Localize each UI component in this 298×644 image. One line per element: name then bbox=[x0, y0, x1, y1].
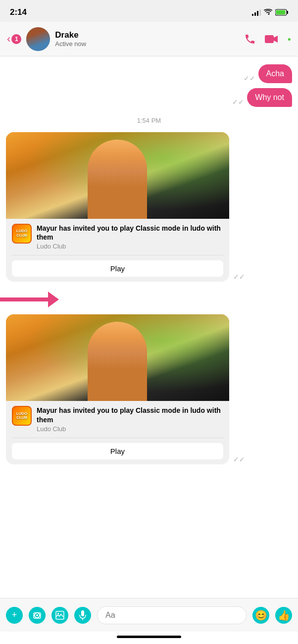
sent-message-acha: ✓✓ Acha bbox=[6, 64, 292, 83]
check-icon: ✓✓ bbox=[244, 74, 255, 82]
smiley-icon: 😊 bbox=[255, 609, 267, 621]
avatar bbox=[26, 27, 50, 51]
header-actions: ● bbox=[244, 33, 291, 45]
card-image bbox=[6, 132, 229, 219]
mic-button[interactable] bbox=[74, 607, 91, 624]
ludo-app-icon: LUDOCLUB bbox=[12, 224, 32, 244]
card-image-2 bbox=[6, 314, 229, 401]
message-bubble: Why not bbox=[247, 88, 292, 107]
card-divider-2 bbox=[12, 438, 223, 438]
status-time: 2:14 bbox=[10, 7, 27, 17]
check-icon: ✓✓ bbox=[232, 98, 244, 106]
video-button[interactable] bbox=[265, 34, 279, 44]
svg-rect-9 bbox=[81, 610, 84, 616]
wifi-icon bbox=[264, 9, 272, 15]
image-button[interactable] bbox=[51, 607, 68, 624]
card-top-row-2: LUDOCLUB Mayur has invited you to play C… bbox=[12, 406, 223, 432]
contact-name: Drake bbox=[55, 30, 244, 40]
arrow-head bbox=[48, 292, 59, 307]
svg-rect-3 bbox=[265, 35, 274, 43]
arrow-indicator bbox=[0, 292, 292, 307]
card-subtitle: Ludo Club bbox=[37, 243, 223, 250]
active-dot: ● bbox=[288, 36, 291, 43]
home-bar bbox=[117, 636, 181, 638]
card-body: LUDOCLUB Mayur has invited you to play C… bbox=[6, 219, 229, 282]
thumbsup-icon: 👍 bbox=[278, 609, 290, 621]
svg-rect-2 bbox=[276, 10, 286, 14]
plus-icon: + bbox=[12, 610, 17, 620]
card-divider bbox=[12, 255, 223, 255]
camera-icon bbox=[32, 611, 42, 619]
pink-arrow bbox=[0, 292, 59, 307]
home-indicator bbox=[0, 632, 298, 644]
contact-info: Drake Active now bbox=[55, 30, 244, 48]
image-icon bbox=[55, 611, 64, 620]
ludo-app-icon-2: LUDOCLUB bbox=[12, 406, 32, 426]
svg-point-5 bbox=[36, 614, 38, 616]
message-bubble: Acha bbox=[258, 64, 292, 83]
battery-icon bbox=[275, 9, 288, 16]
play-button-2[interactable]: Play bbox=[12, 443, 223, 459]
back-chevron-icon: ‹ bbox=[7, 33, 10, 46]
received-message-card-2: LUDOCLUB Mayur has invited you to play C… bbox=[6, 314, 292, 464]
ludo-invite-card-2: LUDOCLUB Mayur has invited you to play C… bbox=[6, 314, 229, 464]
emoji-button[interactable]: 😊 bbox=[252, 607, 269, 624]
check-icon-card-2: ✓✓ bbox=[233, 455, 245, 463]
play-button[interactable]: Play bbox=[12, 260, 223, 277]
messages-area: ✓✓ Acha ✓✓ Why not 1:54 PM LUDOCLUB bbox=[0, 56, 298, 598]
card-body-2: LUDOCLUB Mayur has invited you to play C… bbox=[6, 401, 229, 464]
contact-status: Active now bbox=[55, 40, 244, 48]
signal-icon bbox=[252, 9, 261, 16]
camera-button[interactable] bbox=[29, 607, 46, 624]
card-text: Mayur has invited you to play Classic mo… bbox=[37, 224, 223, 250]
ludo-invite-card: LUDOCLUB Mayur has invited you to play C… bbox=[6, 132, 229, 282]
card-text-2: Mayur has invited you to play Classic mo… bbox=[37, 406, 223, 432]
message-timestamp: 1:54 PM bbox=[6, 117, 292, 124]
add-button[interactable]: + bbox=[6, 607, 23, 624]
card-top-row: LUDOCLUB Mayur has invited you to play C… bbox=[12, 224, 223, 250]
card-title-2: Mayur has invited you to play Classic mo… bbox=[37, 406, 223, 424]
svg-rect-1 bbox=[287, 11, 289, 14]
status-bar: 2:14 bbox=[0, 0, 298, 22]
notification-badge: 1 bbox=[11, 34, 21, 44]
status-icons bbox=[252, 9, 288, 16]
like-button[interactable]: 👍 bbox=[275, 607, 292, 624]
message-input[interactable] bbox=[97, 606, 247, 624]
check-icon-card: ✓✓ bbox=[233, 273, 245, 281]
arrow-shaft bbox=[0, 297, 48, 301]
card-title: Mayur has invited you to play Classic mo… bbox=[37, 224, 223, 242]
mic-icon bbox=[79, 610, 86, 620]
received-message-card-1: LUDOCLUB Mayur has invited you to play C… bbox=[6, 132, 292, 282]
sent-message-whynot: ✓✓ Why not bbox=[6, 88, 292, 107]
input-bar: + 😊 👍 bbox=[0, 598, 298, 632]
back-button[interactable]: ‹ 1 bbox=[7, 33, 21, 46]
phone-button[interactable] bbox=[244, 33, 256, 45]
chat-header: ‹ 1 Drake Active now ● bbox=[0, 22, 298, 56]
svg-point-8 bbox=[57, 613, 59, 614]
card-subtitle-2: Ludo Club bbox=[37, 425, 223, 433]
